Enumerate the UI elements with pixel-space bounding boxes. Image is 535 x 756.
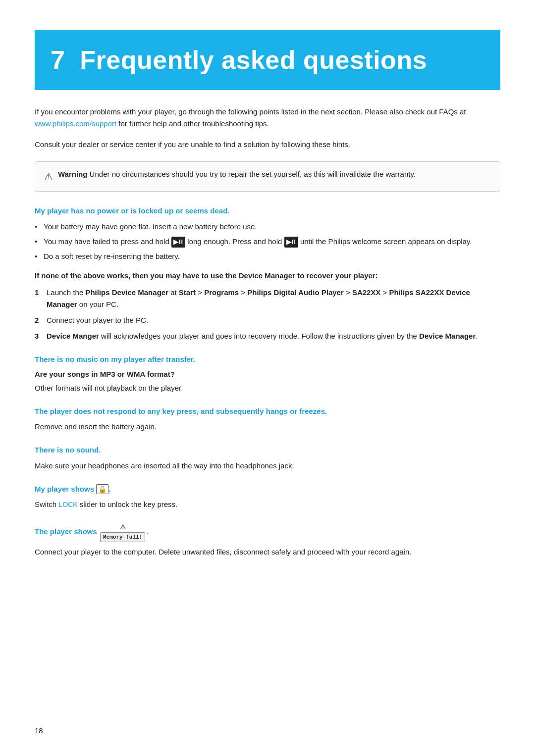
no-sound-heading: There is no sound. — [35, 445, 500, 456]
memory-full-body: Connect your player to the computer. Del… — [35, 546, 500, 558]
recovery-heading: If none of the above works, then you may… — [35, 270, 500, 282]
intro-paragraph-1: If you encounter problems with your play… — [35, 106, 500, 130]
no-respond-body: Remove and insert the battery again. — [35, 421, 500, 433]
warning-label: Warning — [58, 170, 87, 178]
lock-icon: 🔒 — [96, 484, 108, 494]
play-pause-icon-1: ▶II — [171, 237, 185, 248]
section-shows-lock: My player shows 🔒. Switch LOCK slider to… — [35, 484, 500, 511]
page-content: 7 Frequently asked questions If you enco… — [0, 0, 535, 756]
play-pause-icon-2: ▶II — [284, 237, 298, 248]
step-3: Device Manger will acknowledges your pla… — [35, 330, 500, 342]
no-power-heading: My player has no power or is locked up o… — [35, 205, 500, 217]
bullet-1: Your battery may have gone flat. Insert … — [35, 221, 500, 233]
section-no-music: There is no music on my player after tra… — [35, 354, 500, 394]
shows-lock-heading: My player shows 🔒. — [35, 484, 500, 495]
warning-box: ⚠ Warning Under no circumstances should … — [35, 161, 500, 192]
no-music-heading: There is no music on my player after tra… — [35, 354, 500, 365]
bullet-2: You may have failed to press and hold ▶I… — [35, 236, 500, 248]
section-recovery: If none of the above works, then you may… — [35, 270, 500, 342]
philips-support-link[interactable]: www.philips.com/support — [35, 119, 116, 128]
recovery-steps: Launch the Philips Device Manager at Sta… — [35, 287, 500, 342]
memory-full-icon-container: ⚠ Memory full! — [100, 522, 145, 542]
memory-full-heading: The player shows ⚠ Memory full! . — [35, 522, 500, 542]
page-number: 18 — [35, 725, 43, 737]
no-sound-body: Make sure your headphones are inserted a… — [35, 460, 500, 472]
shows-lock-body: Switch LOCK slider to unlock the key pre… — [35, 499, 500, 510]
lock-text: LOCK — [58, 501, 77, 508]
no-music-subheading: Are your songs in MP3 or WMA format? — [35, 369, 500, 380]
section-no-respond: The player does not respond to any key p… — [35, 406, 500, 433]
step-2: Connect your player to the PC. — [35, 314, 500, 326]
bullet-3: Do a soft reset by re-inserting the batt… — [35, 251, 500, 262]
section-memory-full: The player shows ⚠ Memory full! . Connec… — [35, 522, 500, 558]
section-no-power: My player has no power or is locked up o… — [35, 205, 500, 262]
memory-full-warning-icon: ⚠ — [120, 522, 126, 532]
memory-full-label: Memory full! — [100, 532, 145, 543]
warning-body: Under no circumstances should you try to… — [90, 170, 416, 178]
warning-icon: ⚠ — [44, 169, 53, 184]
step-1: Launch the Philips Device Manager at Sta… — [35, 287, 500, 310]
warning-text: Warning Under no circumstances should yo… — [58, 169, 416, 180]
intro-paragraph-2: Consult your dealer or service center if… — [35, 139, 500, 151]
no-respond-heading: The player does not respond to any key p… — [35, 406, 500, 417]
chapter-header: 7 Frequently asked questions — [35, 30, 500, 90]
section-no-sound: There is no sound. Make sure your headph… — [35, 445, 500, 472]
no-music-body: Other formats will not playback on the p… — [35, 382, 500, 394]
chapter-title: 7 Frequently asked questions — [51, 41, 484, 79]
no-power-bullets: Your battery may have gone flat. Insert … — [35, 221, 500, 263]
